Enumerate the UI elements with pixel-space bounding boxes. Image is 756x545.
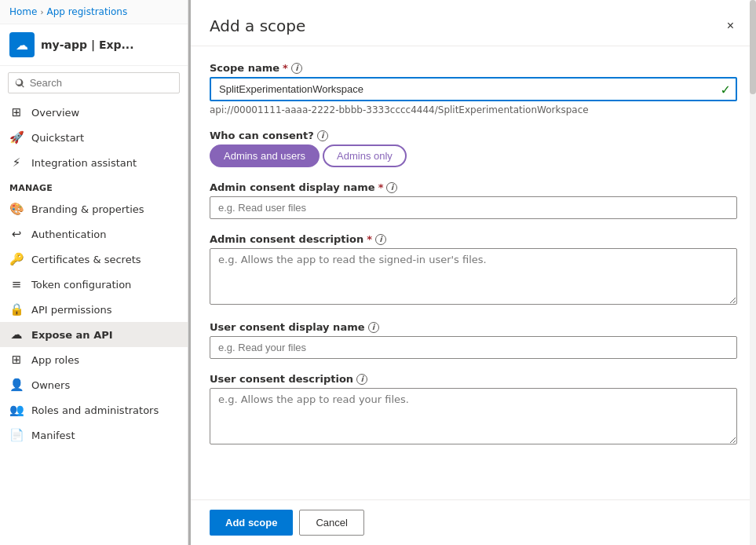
owners-label: Owners (31, 379, 70, 391)
roles-label: Roles and administrators (31, 404, 159, 416)
search-icon (15, 78, 25, 89)
breadcrumb-sep1: › (40, 8, 43, 16)
admin-consent-desc-field: Admin consent description * i (210, 233, 737, 307)
admin-consent-desc-text: Admin consent description (210, 233, 363, 245)
cert-label: Certificates & secrets (31, 254, 141, 265)
sidebar-item-branding[interactable]: 🎨 Branding & properties (0, 196, 188, 221)
api-perm-label: API permissions (31, 304, 111, 316)
who-can-consent-label: Who can consent? i (210, 130, 737, 141)
admin-consent-desc-required: * (367, 233, 372, 245)
user-consent-desc-info[interactable]: i (356, 374, 367, 385)
expose-api-label: Expose an API (31, 329, 113, 341)
search-box[interactable] (8, 72, 180, 93)
admin-consent-display-required: * (378, 181, 384, 193)
consent-radio-group: Admins and users Admins only (210, 144, 737, 167)
integration-label: Integration assistant (31, 157, 137, 169)
sidebar: Home › App registrations ☁ my-app | Exp.… (0, 0, 188, 545)
sidebar-item-roles-admins[interactable]: 👥 Roles and administrators (0, 397, 188, 422)
panel-header: Add a scope × (191, 0, 756, 46)
scope-name-info-icon[interactable]: i (291, 63, 302, 74)
sidebar-item-api-permissions[interactable]: 🔒 API permissions (0, 297, 188, 322)
admin-consent-desc-label: Admin consent description * i (210, 233, 737, 245)
scrollbar-thumb[interactable] (750, 0, 756, 94)
scope-name-check-icon: ✓ (721, 82, 731, 97)
admin-consent-display-label: Admin consent display name * i (210, 181, 737, 193)
sidebar-item-token[interactable]: ≡ Token configuration (0, 272, 188, 297)
scope-uri: api://00001111-aaaa-2222-bbbb-3333cccc44… (210, 104, 737, 115)
overview-label: Overview (31, 107, 79, 119)
user-consent-display-label: User consent display name i (210, 321, 737, 333)
token-label: Token configuration (31, 279, 131, 291)
user-consent-display-field: User consent display name i (210, 321, 737, 359)
token-icon: ≡ (9, 277, 24, 291)
user-consent-desc-text: User consent description (210, 373, 353, 385)
panel-footer: Add scope Cancel (191, 499, 756, 545)
user-consent-desc-field: User consent description i (210, 373, 737, 447)
expose-api-icon: ☁ (9, 327, 24, 342)
user-consent-display-input[interactable] (210, 336, 737, 359)
sidebar-item-overview[interactable]: ⊞ Overview (0, 100, 188, 125)
sidebar-item-manifest[interactable]: 📄 Manifest (0, 422, 188, 448)
user-consent-desc-input[interactable] (210, 388, 737, 444)
user-consent-desc-label: User consent description i (210, 373, 737, 385)
owners-icon: 👤 (9, 378, 24, 392)
sidebar-item-owners[interactable]: 👤 Owners (0, 372, 188, 397)
user-consent-display-info[interactable]: i (368, 322, 379, 333)
admin-consent-display-info[interactable]: i (386, 182, 397, 193)
quickstart-label: Quickstart (31, 132, 84, 144)
sidebar-item-certificates[interactable]: 🔑 Certificates & secrets (0, 247, 188, 272)
add-scope-panel: Add a scope × Scope name * i ✓ api://000… (191, 0, 756, 545)
scope-name-label: Scope name * i (210, 62, 737, 74)
sidebar-item-integration[interactable]: ⚡ Integration assistant (0, 150, 188, 175)
cancel-button[interactable]: Cancel (299, 510, 363, 536)
admin-consent-display-text: Admin consent display name (210, 181, 375, 193)
scope-name-label-text: Scope name (210, 62, 279, 74)
panel-title: Add a scope (210, 16, 305, 35)
manage-label: Manage (0, 175, 188, 196)
sidebar-item-app-roles[interactable]: ⊞ App roles (0, 347, 188, 372)
roles-icon: 👥 (9, 403, 24, 417)
breadcrumb-app-registrations[interactable]: App registrations (46, 6, 127, 17)
who-can-consent-label-text: Who can consent? (210, 130, 314, 141)
app-roles-icon: ⊞ (9, 353, 24, 367)
app-icon: ☁ (9, 32, 35, 57)
quickstart-icon: 🚀 (9, 130, 24, 144)
panel-overlay[interactable]: Add a scope × Scope name * i ✓ api://000… (188, 0, 756, 545)
integration-icon: ⚡ (9, 155, 24, 170)
admin-consent-display-field: Admin consent display name * i (210, 181, 737, 219)
sidebar-item-authentication[interactable]: ↩ Authentication (0, 221, 188, 247)
app-header: ☁ my-app | Exp... (0, 24, 188, 66)
sidebar-item-quickstart[interactable]: 🚀 Quickstart (0, 125, 188, 150)
search-input[interactable] (30, 77, 173, 89)
branding-icon: 🎨 (9, 202, 24, 216)
app-name-group: my-app | Exp... (41, 38, 133, 51)
add-scope-button[interactable]: Add scope (210, 510, 293, 536)
admins-and-users-option[interactable]: Admins and users (210, 144, 320, 167)
admins-only-option[interactable]: Admins only (323, 144, 407, 167)
user-consent-display-text: User consent display name (210, 321, 365, 333)
who-can-consent-info-icon[interactable]: i (317, 130, 328, 141)
panel-body: Scope name * i ✓ api://00001111-aaaa-222… (191, 46, 756, 499)
sidebar-item-expose-api[interactable]: ☁ Expose an API (0, 322, 188, 347)
scope-name-required: * (283, 62, 288, 74)
breadcrumb-home[interactable]: Home (9, 6, 37, 17)
admin-consent-display-input[interactable] (210, 196, 737, 219)
panel-close-button[interactable]: × (724, 16, 737, 36)
api-perm-icon: 🔒 (9, 302, 24, 316)
auth-icon: ↩ (9, 227, 24, 241)
manifest-label: Manifest (31, 430, 75, 441)
cert-icon: 🔑 (9, 252, 24, 266)
auth-label: Authentication (31, 229, 106, 240)
admin-consent-desc-info[interactable]: i (375, 234, 386, 245)
app-name: my-app | Exp... (41, 38, 133, 51)
admin-consent-desc-input[interactable] (210, 248, 737, 305)
scope-name-field: Scope name * i ✓ api://00001111-aaaa-222… (210, 62, 737, 115)
app-roles-label: App roles (31, 354, 79, 366)
main-content: Add a scope × Scope name * i ✓ api://000… (188, 0, 756, 545)
scope-name-input[interactable] (210, 77, 737, 101)
scrollbar-track[interactable] (750, 0, 756, 545)
overview-icon: ⊞ (9, 105, 24, 119)
sidebar-nav: ⊞ Overview 🚀 Quickstart ⚡ Integration as… (0, 100, 188, 448)
app-icon-symbol: ☁ (16, 38, 28, 53)
manifest-icon: 📄 (9, 428, 24, 442)
